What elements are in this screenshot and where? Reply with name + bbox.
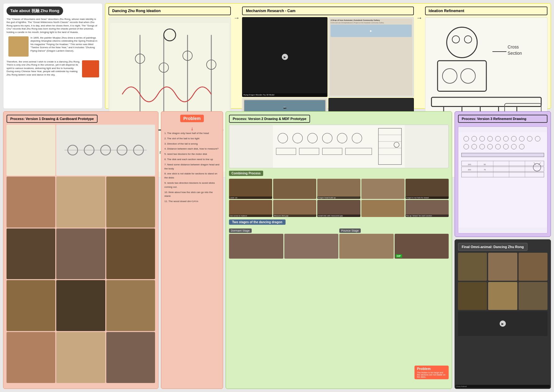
v1-photo-8 — [106, 228, 155, 279]
v1-photo-3 — [7, 177, 55, 228]
svg-text:50: 50 — [484, 163, 486, 165]
pounce-stage-label: Pounce Stage — [339, 228, 361, 233]
mechanism-research-title: Mechanism Research - Cam — [242, 7, 414, 15]
problem2-text: The friction is too large and the sectio… — [417, 371, 446, 378]
combining-img-6: Use screw to replace — [229, 200, 272, 217]
v3-drawing: 100 50 200 75 — [458, 127, 547, 233]
final-img-6 — [519, 282, 547, 310]
dormant-stage-label: Dormant Stage — [229, 228, 252, 233]
measure-disk-label: Measure disk gap — [273, 214, 316, 217]
process-v2-title: Process: Version 2 Drawing & MDF Prototy… — [229, 115, 310, 123]
problem-item-2: 2. The slot of the ball is too tight — [164, 137, 220, 141]
v1-photo-12 — [7, 332, 55, 383]
tale-body1: The "Classic of Mountains and Seas" desc… — [7, 18, 99, 34]
combining-img-2 — [273, 179, 316, 199]
svg-text:200: 200 — [468, 168, 471, 171]
combining-img-3: Dragon head build up — [317, 179, 360, 199]
tale-title: Tale about 祝融 Zhu Rong — [7, 7, 63, 15]
final-img-5 — [488, 282, 517, 310]
combining-img-7: Measure disk gap — [273, 200, 316, 217]
problem-item-1: 1. The dragon only have half of the head — [164, 131, 220, 136]
v1-photo-14 — [106, 332, 155, 383]
problem-item-7: 7. Need some distance between dragon hea… — [164, 163, 220, 171]
v1-photo-5 — [106, 177, 155, 228]
gif-badge: GIF — [396, 254, 402, 258]
dormant-img-2 — [284, 234, 339, 259]
tale-body2: In 1895, the painter Muqiao Zhou drew a … — [30, 36, 99, 58]
svg-rect-39 — [273, 125, 405, 168]
v1-photo-11 — [106, 280, 155, 331]
problem2-label: Problem — [417, 367, 446, 371]
v2-drawing — [229, 125, 448, 168]
process-v3-panel: Process: Version 3 Refinement Drawing — [455, 111, 551, 237]
problem-panel: Problem ↓ 1. The dragon only have half o… — [161, 111, 223, 389]
final-img-4 — [458, 282, 487, 310]
v1-photo-1 — [7, 125, 55, 176]
install-disk-label: Install disk with measured gap — [317, 214, 360, 217]
final-title: Final Omni-animal: Dancing Zhu Rong — [458, 243, 528, 251]
yellow-panel: Dancing Zhu Rong Ideation — [105, 3, 551, 109]
pounce-img-2: GIF — [395, 234, 449, 259]
svg-text:75: 75 — [484, 168, 486, 171]
two-stages-title: Two stages of the dancing dragon — [229, 219, 286, 225]
final-img-2 — [488, 253, 517, 281]
process-v3-title: Process: Version 3 Refinement Drawing — [458, 115, 547, 123]
svg-rect-75 — [461, 153, 544, 157]
problem-item-4: 4. Distance between each disk, how to me… — [164, 147, 220, 151]
combining-img-5: Forgot to nut hole for dowel — [405, 179, 449, 199]
v1-photo-6 — [7, 228, 55, 279]
problem-label: Problem — [180, 115, 204, 122]
final-img-3 — [519, 253, 547, 281]
tale-portrait-image — [8, 36, 29, 57]
svg-text:100: 100 — [468, 163, 471, 165]
process-v2-panel: Process: Version 2 Drawing & MDF Prototy… — [226, 111, 452, 389]
put-up-label: Put up "shoes" for each section — [405, 214, 449, 217]
problem-item-3: 3. Direction of the tail is wrong — [164, 142, 220, 146]
use-screw-label: Use screw to replace — [229, 214, 272, 217]
problem-item-8: 8. one stick is not stable for sections … — [164, 172, 220, 180]
v1-photo-10 — [56, 280, 105, 331]
combining-img-1: Laser cut — [229, 179, 272, 199]
laser-cut-label: Laser cut — [229, 196, 272, 199]
v1-photo-9 — [7, 280, 55, 331]
combining-img-10: Put up "shoes" for each section — [405, 200, 449, 217]
combining-process-title: Combining Process — [229, 171, 263, 176]
svg-text:Cross: Cross — [507, 45, 519, 49]
combining-img-8: Install disk with measured gap — [317, 200, 360, 217]
problem-list: 1. The dragon only have half of the head… — [164, 131, 220, 204]
ideation-refinement-title: Ideation Refinement — [425, 7, 547, 15]
problem-item-11: 11. The wood dowel dm=1/4 in — [164, 200, 220, 204]
final-video[interactable]: ▶ Omni Animal — [458, 311, 547, 336]
dormant-img-1 — [229, 234, 283, 259]
pounce-img-1 — [339, 234, 394, 259]
process-v1-title: Process: Version 1 Drawing & Cardboard P… — [7, 115, 98, 123]
v1-photo-7 — [56, 228, 105, 279]
problem-item-5: 5. need two blockers for the motor disk — [164, 152, 220, 156]
play-button-1[interactable]: ▶ — [282, 54, 288, 60]
dragon-head-label: Dragon head build up — [317, 196, 360, 199]
process-v1-panel: Process: Version 1 Drawing & Cardboard P… — [3, 111, 158, 389]
final-panel: Final Omni-animal: Dancing Zhu Rong ▶ — [455, 239, 551, 389]
v1-photo-13 — [56, 332, 105, 383]
problem-item-6: 6. The disk and each section need to lin… — [164, 158, 220, 162]
combining-img-4 — [361, 179, 405, 199]
problem-item-10: 10. think about how the stick can go int… — [164, 191, 220, 199]
play-button-final[interactable]: ▶ — [500, 321, 506, 327]
v1-photo-4 — [56, 177, 105, 228]
problem-item-9: 9. needs two direction blockers to avoid… — [164, 181, 220, 189]
problem-box-2: Problem The friction is too large and th… — [414, 366, 449, 379]
tale-panel: Tale about 祝融 Zhu Rong The "Classic of M… — [3, 3, 103, 109]
combining-img-9 — [361, 200, 405, 217]
forgot-label: Forgot to nut hole for dowel — [405, 196, 449, 199]
problem-arrow: ↓ — [164, 126, 220, 131]
dancing-ideation-title: Dancing Zhu Rong Ideation — [108, 7, 231, 15]
tale-body3: Therefore, the omni-animal I wish to cre… — [7, 60, 80, 76]
svg-text:Section: Section — [507, 51, 522, 56]
dragon-image — [82, 60, 99, 77]
final-img-1 — [458, 253, 487, 281]
mechanism-screenshot-1: A Drop of love Automata | Autodesk Commu… — [328, 17, 414, 97]
v1-photo-2 — [56, 125, 155, 176]
mechanism-video-1[interactable]: ▶ Flying Dragon Wooden Toy 3D Model — [242, 17, 327, 97]
